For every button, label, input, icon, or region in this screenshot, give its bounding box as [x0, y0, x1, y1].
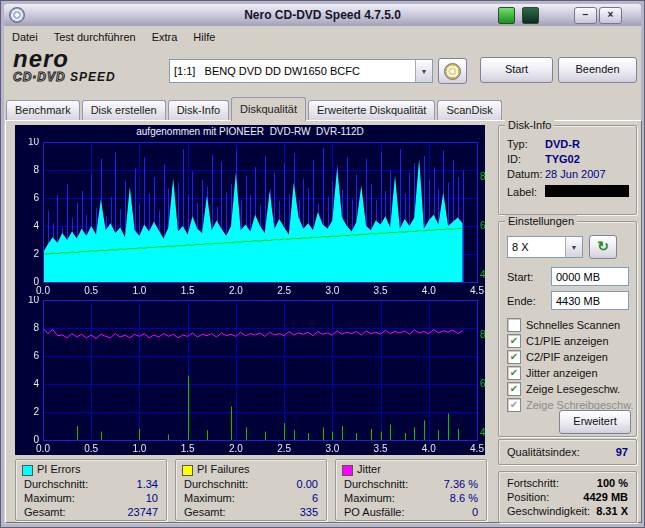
checkbox-box: ✔ [507, 350, 521, 364]
checkbox-box: ✔ [507, 366, 521, 380]
stat-value: 6 [312, 492, 318, 504]
stat-label: Durchschnitt: [184, 478, 248, 490]
stat-label: Maximum: [184, 492, 235, 504]
stat-label: Gesamt: [24, 506, 66, 518]
app-disc-icon [9, 7, 25, 23]
progress-group: Fortschritt: 100 % Position: 4429 MB Ges… [498, 471, 637, 523]
checkbox-label: Schnelles Scannen [526, 319, 620, 331]
chevron-down-icon: ▼ [421, 68, 428, 75]
checkbox-box: ✔ [507, 398, 521, 412]
titlebar-extra-icon-1[interactable] [498, 7, 515, 24]
chevron-down-icon: ▼ [571, 244, 578, 251]
app-window: Nero CD-DVD Speed 4.7.5.0 − × Datei Test… [0, 0, 645, 528]
check-icon: ✔ [510, 352, 518, 362]
advanced-button[interactable]: Erweitert [559, 410, 631, 434]
speed-value: 8.31 X [596, 505, 628, 517]
checkbox-jitter-anzeigen[interactable]: ✔ Jitter anzeigen [507, 366, 598, 380]
stat-value: 0.00 [297, 478, 318, 490]
checkbox-c1-pie-anzeigen[interactable]: ✔ C1/PIE anzeigen [507, 334, 609, 348]
quality-chart-widget: aufgenommen mit PIONEER DVD-RW DVR-112D [15, 125, 485, 455]
pie-chart-canvas [15, 138, 485, 296]
progress-label: Fortschritt: [507, 477, 559, 489]
disc-label-label: Label: [507, 186, 537, 198]
titlebar-extra-icon-2[interactable] [522, 7, 539, 24]
stat-value: 0 [472, 506, 478, 518]
check-icon: ✔ [510, 384, 518, 394]
start-mb-label: Start: [507, 271, 533, 283]
end-mb-label: Ende: [507, 295, 536, 307]
disc-type-value: DVD-R [545, 138, 580, 150]
drive-select[interactable]: [1:1] BENQ DVD DD DW1650 BCFC ▼ [169, 59, 433, 83]
disc-label-value [545, 185, 629, 197]
drive-select-arrow[interactable]: ▼ [415, 60, 432, 82]
pi-errors-title: PI Errors [37, 463, 80, 475]
checkbox-box: ✔ [507, 318, 521, 332]
tab-disk-erstellen[interactable]: Disk erstellen [82, 100, 166, 120]
pi-errors-panel: PI Errors Durchschnitt: 1.34 Maximum: 10… [15, 459, 167, 521]
refresh-icon: ↻ [597, 238, 609, 254]
tab-disk-info[interactable]: Disk-Info [168, 100, 229, 120]
speed-label: Geschwindigkeit: [507, 505, 590, 517]
media-info-button[interactable] [438, 58, 467, 84]
position-label: Position: [507, 491, 549, 503]
nero-logo: nero CD·DVD SPEED [13, 48, 158, 92]
disc-icon [444, 63, 461, 80]
jitter-title: Jitter [357, 463, 381, 475]
speed-select[interactable]: 8 X ▼ [507, 236, 583, 258]
checkbox-box: ✔ [507, 382, 521, 396]
jitter-color-swatch [342, 465, 353, 476]
menu-bar: Datei Test durchführen Extra Hilfe [4, 27, 641, 47]
start-button[interactable]: Start [480, 57, 553, 83]
minimize-button[interactable]: − [574, 7, 597, 24]
checkbox-zeige-lesegeschw[interactable]: ✔ Zeige Lesegeschw. [507, 382, 620, 396]
disk-info-group: Disk-Info Typ: DVD-R ID: TYG02 Datum: 28… [498, 125, 637, 215]
stat-value: 1.34 [137, 478, 158, 490]
menu-item-extra[interactable]: Extra [144, 28, 186, 46]
stat-label: PO Ausfälle: [344, 506, 405, 518]
chart-caption: aufgenommen mit PIONEER DVD-RW DVR-112D [15, 126, 485, 137]
stat-value: 23747 [127, 506, 158, 518]
menu-item-hilfe[interactable]: Hilfe [185, 28, 223, 46]
tab-benchmark[interactable]: Benchmark [6, 100, 80, 120]
pi-failures-panel: PI Failures Durchschnitt: 0.00 Maximum: … [175, 459, 327, 521]
close-button[interactable]: × [599, 7, 622, 24]
menu-item-test-durchfuehren[interactable]: Test durchführen [46, 28, 144, 46]
stat-value: 7.36 % [444, 478, 478, 490]
checkbox-label: C2/PIF anzeigen [526, 351, 608, 363]
position-value: 4429 MB [583, 491, 628, 503]
window-title: Nero CD-DVD Speed 4.7.5.0 [4, 8, 641, 22]
stat-value: 8.6 % [450, 492, 478, 504]
end-mb-input[interactable] [551, 291, 629, 310]
menu-item-datei[interactable]: Datei [4, 28, 46, 46]
stat-label: Durchschnitt: [344, 478, 408, 490]
jitter-panel: Jitter Durchschnitt: 7.36 % Maximum: 8.6… [335, 459, 487, 521]
stat-value: 335 [300, 506, 318, 518]
tab-diskqualitaet[interactable]: Diskqualität [231, 97, 306, 121]
refresh-button[interactable]: ↻ [589, 235, 617, 259]
checkbox-c2-pif-anzeigen[interactable]: ✔ C2/PIF anzeigen [507, 350, 608, 364]
disc-type-label: Typ: [507, 138, 528, 150]
speed-select-value: 8 X [508, 241, 565, 253]
checkbox-label: C1/PIE anzeigen [526, 335, 609, 347]
pi-errors-color-swatch [22, 465, 33, 476]
tab-erweiterte-diskqualitaet[interactable]: Erweiterte Diskqualität [308, 100, 435, 120]
speed-select-arrow[interactable]: ▼ [565, 237, 582, 257]
logo-speed-text: SPEED [70, 70, 116, 84]
quality-group: Qualitätsindex: 97 [498, 439, 637, 465]
stat-label: Maximum: [24, 492, 75, 504]
stat-label: Durchschnitt: [24, 478, 88, 490]
checkbox-box: ✔ [507, 334, 521, 348]
title-bar[interactable]: Nero CD-DVD Speed 4.7.5.0 − × [4, 4, 641, 26]
tab-strip: Benchmark Disk erstellen Disk-Info Diskq… [6, 98, 502, 120]
checkbox-schnelles-scannen[interactable]: ✔ Schnelles Scannen [507, 318, 620, 332]
quit-button[interactable]: Beenden [558, 57, 637, 83]
nero-logo-text: nero [13, 48, 158, 70]
stat-label: Maximum: [344, 492, 395, 504]
stat-value: 10 [146, 492, 158, 504]
settings-group: Einstellungen 8 X ▼ ↻ Start: Ende: ✔ Sch… [498, 221, 637, 437]
tab-scandisk[interactable]: ScanDisk [437, 100, 501, 120]
check-icon: ✔ [510, 400, 518, 410]
start-mb-input[interactable] [551, 267, 629, 286]
check-icon: ✔ [510, 368, 518, 378]
disc-id-value: TYG02 [545, 153, 580, 165]
